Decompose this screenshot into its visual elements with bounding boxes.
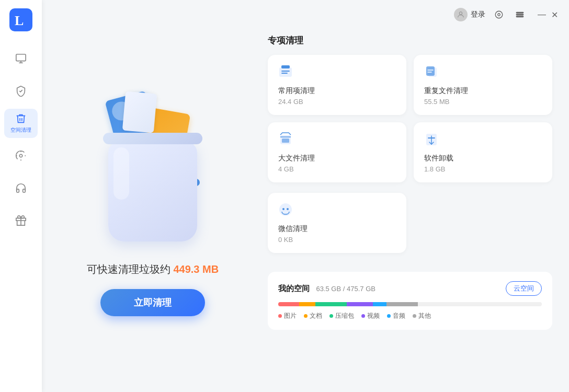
trash-illustration — [79, 95, 226, 252]
common-clean-name: 常用项清理 — [278, 86, 396, 96]
login-button[interactable]: 登录 — [454, 8, 485, 21]
storage-section: 我的空间 63.5 GB / 475.7 GB 云空间 — [268, 272, 552, 330]
svg-point-9 — [495, 11, 503, 18]
svg-rect-2 — [16, 54, 26, 61]
bar-photos — [278, 302, 299, 306]
storage-title-area: 我的空间 63.5 GB / 475.7 GB — [278, 284, 375, 294]
sidebar-item-headset[interactable] — [4, 174, 38, 203]
svg-rect-19 — [426, 66, 435, 76]
sidebar-item-gift[interactable] — [4, 206, 38, 235]
uninstall-icon — [424, 132, 542, 148]
svg-text:L: L — [15, 13, 24, 28]
large-clean-icon — [278, 132, 396, 148]
svg-rect-11 — [516, 14, 524, 15]
legend-dot-photos — [278, 314, 282, 318]
uninstall-size: 1.8 GB — [424, 165, 542, 173]
sidebar: L 空间清理 — [0, 0, 42, 392]
sidebar-item-shield[interactable] — [4, 76, 38, 106]
large-clean-size: 4 GB — [278, 165, 396, 173]
common-clean-size: 24.4 GB — [278, 98, 396, 106]
main-area: 登录 — ✕ — [42, 0, 569, 392]
legend-label-zip: 压缩包 — [335, 312, 354, 320]
legend-docs: 文档 — [304, 312, 322, 320]
svg-point-8 — [459, 12, 462, 15]
card-common-clean[interactable]: 常用项清理 24.4 GB — [268, 55, 406, 115]
legend-audio: 音频 — [387, 312, 405, 320]
legend-label-photos: 图片 — [284, 312, 297, 320]
clean-description: 可快速清理垃圾约 449.3 MB — [87, 262, 219, 276]
svg-rect-14 — [279, 67, 292, 77]
storage-bar — [278, 302, 542, 306]
duplicate-clean-size: 55.5 MB — [424, 98, 542, 106]
sidebar-item-clean[interactable]: 空间清理 — [4, 109, 38, 138]
svg-rect-13 — [516, 16, 524, 17]
svg-point-10 — [498, 14, 500, 16]
sidebar-item-clean-label: 空间清理 — [10, 126, 31, 134]
bar-audio — [373, 302, 386, 306]
wechat-name: 微信清理 — [278, 224, 396, 234]
svg-point-5 — [19, 154, 22, 157]
storage-header: 我的空间 63.5 GB / 475.7 GB 云空间 — [278, 281, 542, 296]
storage-title: 我的空间 — [278, 284, 310, 293]
cards-grid: 常用项清理 24.4 GB 重复文件清理 55.5 MB — [268, 55, 552, 182]
svg-point-29 — [287, 208, 289, 210]
login-label: 登录 — [471, 10, 485, 19]
duplicate-clean-icon — [424, 64, 542, 81]
legend-video: 视频 — [361, 312, 380, 320]
settings-icon[interactable] — [513, 7, 527, 22]
empty-card-slot — [414, 193, 552, 253]
legend-zip: 压缩包 — [329, 312, 354, 320]
legend-dot-zip — [329, 314, 333, 318]
left-panel: 可快速清理垃圾约 449.3 MB 立即清理 — [59, 29, 247, 382]
trash-item-white — [122, 91, 157, 133]
trash-body — [108, 142, 197, 241]
bar-other — [386, 302, 418, 306]
sidebar-item-monitor[interactable] — [4, 44, 38, 73]
large-clean-name: 大文件清理 — [278, 154, 396, 163]
legend-label-other: 其他 — [418, 312, 431, 320]
bar-docs — [299, 302, 315, 306]
legend-label-docs: 文档 — [310, 312, 322, 320]
svg-rect-12 — [516, 13, 524, 14]
user-avatar — [454, 8, 468, 21]
bar-video — [347, 302, 373, 306]
card-duplicate-clean[interactable]: 重复文件清理 55.5 MB — [414, 55, 552, 115]
close-button[interactable]: ✕ — [550, 10, 559, 19]
legend-dot-video — [361, 314, 365, 318]
app-logo[interactable]: L — [9, 8, 32, 31]
duplicate-clean-name: 重复文件清理 — [424, 86, 542, 96]
feedback-icon[interactable] — [492, 7, 506, 22]
legend-label-audio: 音频 — [393, 312, 405, 320]
legend-other: 其他 — [413, 312, 431, 320]
clean-size-value: 449.3 MB — [173, 263, 219, 275]
legend-dot-docs — [304, 314, 308, 318]
svg-point-28 — [282, 208, 284, 210]
cloud-space-button[interactable]: 云空间 — [506, 281, 542, 296]
card-wechat[interactable]: 微信清理 0 KB — [268, 193, 406, 253]
sidebar-item-tools[interactable] — [4, 141, 38, 170]
trash-lid — [103, 133, 202, 144]
wechat-size: 0 KB — [278, 236, 396, 244]
svg-rect-23 — [282, 139, 289, 143]
bar-zip — [315, 302, 347, 306]
wechat-row: 微信清理 0 KB — [268, 193, 552, 253]
wechat-icon — [278, 202, 396, 219]
legend-dot-other — [413, 314, 416, 318]
clean-now-button[interactable]: 立即清理 — [100, 289, 205, 316]
storage-used: 63.5 GB / 475.7 GB — [316, 285, 375, 293]
storage-legend: 图片 文档 压缩包 视频 — [278, 312, 542, 320]
clean-description-text: 可快速清理垃圾约 — [87, 263, 170, 275]
content-area: 可快速清理垃圾约 449.3 MB 立即清理 专项清理 — [42, 29, 569, 392]
legend-dot-audio — [387, 314, 391, 318]
legend-label-video: 视频 — [367, 312, 380, 320]
titlebar: 登录 — ✕ — [42, 0, 569, 29]
section-title: 专项清理 — [268, 34, 552, 47]
minimize-button[interactable]: — — [538, 10, 546, 19]
window-controls: — ✕ — [538, 10, 559, 19]
card-uninstall[interactable]: 软件卸载 1.8 GB — [414, 122, 552, 182]
card-large-clean[interactable]: 大文件清理 4 GB — [268, 122, 406, 182]
legend-photos: 图片 — [278, 312, 297, 320]
common-clean-icon — [278, 64, 396, 81]
uninstall-name: 软件卸载 — [424, 154, 542, 163]
svg-rect-15 — [281, 65, 290, 68]
